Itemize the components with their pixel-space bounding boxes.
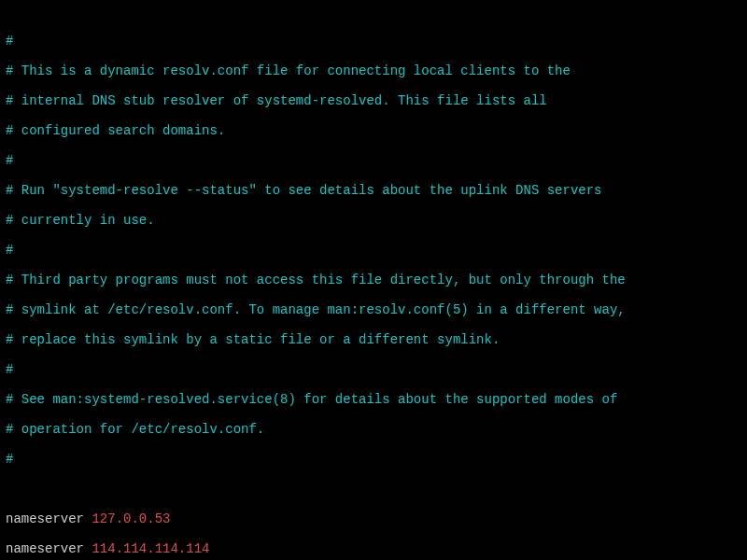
comment-line: # replace this symlink by a static file … bbox=[6, 332, 741, 347]
comment-line: # internal DNS stub resolver of systemd-… bbox=[6, 93, 741, 108]
comment-line: # bbox=[6, 362, 741, 377]
nameserver-line-1: nameserver 127.0.0.53 bbox=[6, 511, 741, 526]
file-content: # # This is a dynamic resolv.conf file f… bbox=[6, 19, 741, 560]
nameserver-line-2: nameserver 114.114.114.114 bbox=[6, 541, 741, 556]
nameserver-ip: 114.114.114.114 bbox=[92, 541, 209, 556]
blank-line bbox=[6, 482, 741, 497]
comment-line: # Run "systemd-resolve --status" to see … bbox=[6, 183, 741, 198]
nameserver-keyword: nameserver bbox=[6, 511, 84, 526]
comment-line: # This is a dynamic resolv.conf file for… bbox=[6, 63, 741, 78]
nameserver-keyword: nameserver bbox=[6, 541, 84, 556]
comment-line: # Third party programs must not access t… bbox=[6, 273, 741, 287]
comment-line: # operation for /etc/resolv.conf. bbox=[6, 422, 741, 437]
comment-line: # bbox=[6, 243, 741, 258]
nameserver-ip: 127.0.0.53 bbox=[92, 511, 170, 526]
comment-line: # currently in use. bbox=[6, 213, 741, 228]
terminal-viewport[interactable]: # # This is a dynamic resolv.conf file f… bbox=[0, 0, 747, 560]
comment-line: # configured search domains. bbox=[6, 123, 741, 138]
comment-line: # bbox=[6, 452, 741, 467]
comment-line: # symlink at /etc/resolv.conf. To manage… bbox=[6, 302, 741, 317]
comment-line: # bbox=[6, 153, 741, 168]
comment-line: # See man:systemd-resolved.service(8) fo… bbox=[6, 392, 741, 407]
comment-line: # bbox=[6, 34, 741, 49]
